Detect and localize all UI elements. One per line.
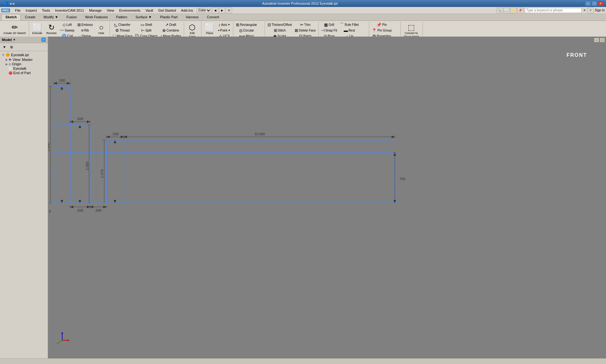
panel-dropdown-arrow[interactable]: ▼ [13, 38, 16, 41]
hole-button[interactable]: ○ Hole [94, 22, 108, 37]
tab-convert[interactable]: Convert [203, 14, 223, 21]
help-icon-btn[interactable]: ? [587, 8, 594, 13]
grill-button[interactable]: ▦ Grill [320, 22, 338, 27]
tab-work-features[interactable]: Work Features [81, 14, 112, 21]
tab-sketch[interactable]: Sketch [1, 14, 21, 21]
menu-environments[interactable]: Environments [117, 8, 143, 13]
toolbar-icon-1[interactable]: ◀ [212, 8, 218, 13]
menu-tools[interactable]: Tools [39, 8, 53, 13]
svg-marker-64 [90, 206, 93, 208]
menu-inspect[interactable]: Inspect [23, 8, 39, 13]
menu-add-ins[interactable]: Add-Ins [178, 8, 195, 13]
axis-button[interactable]: ↕ Axis ▼ [217, 22, 232, 27]
stitch-button[interactable]: ⊞ Stitch [266, 28, 293, 33]
tab-harness[interactable]: Harness [182, 14, 203, 21]
toolbar-icon-3[interactable]: ⟲ [226, 8, 232, 13]
delete-face-icon: ⊠ [295, 28, 298, 32]
pin-group-button[interactable]: 📍 Pin Group [370, 28, 393, 33]
drawing-svg: .500 .500 .500 2.600 2.000 1.476 10.000 [48, 37, 606, 364]
viewport[interactable]: FRONT ─ □ .500 .500 [48, 37, 606, 364]
rib-icon: ≡ [81, 28, 84, 32]
tab-pattern[interactable]: Pattern [112, 14, 131, 21]
menu-file[interactable]: File [13, 8, 23, 13]
tab-create[interactable]: Create [21, 14, 39, 21]
tree-item-view-master[interactable]: ▶ 👁 View: Master [5, 57, 46, 62]
rectangular-button[interactable]: ⊞ Rectangular [235, 22, 258, 27]
circular-button[interactable]: ◎ Circular [235, 28, 258, 33]
split-button[interactable]: ⊢ Split [134, 28, 159, 33]
emboss-icon: ⊞ [77, 23, 81, 27]
chamfer-button[interactable]: ◺ Chamfer [111, 22, 134, 27]
toolbar-icon-2[interactable]: ▶ [219, 8, 225, 13]
title-bar-controls: ─ □ ✕ [585, 1, 603, 6]
tree-view-button[interactable]: ⊞ [8, 44, 15, 50]
thicken-offset-button[interactable]: ⊟ Thicken/Offset [266, 22, 293, 27]
thicken-icon: ⊟ [267, 23, 271, 27]
delete-face-button[interactable]: ⊠ Delete Face [293, 28, 317, 33]
thread-icon: ⚙ [115, 28, 119, 32]
svg-text:.500: .500 [76, 208, 83, 212]
svg-marker-53 [114, 200, 116, 203]
close-button[interactable]: ✕ [598, 1, 603, 6]
draft-button[interactable]: ↗ Draft [159, 22, 182, 27]
axis-indicator: X [54, 329, 70, 345]
menu-vault[interactable]: Vault [143, 8, 156, 13]
help-book-icon[interactable]: 📖 [503, 8, 510, 13]
tree-item-origin[interactable]: ▶ ⊹ Origin [5, 62, 46, 66]
filter-button[interactable]: ▼ [1, 44, 8, 50]
rest-icon: ▬ [344, 28, 348, 32]
tab-modify[interactable]: Modify ▼ [39, 14, 62, 21]
menu-inventorcam[interactable]: InventorCAM 2011 [52, 8, 87, 13]
rule-fillet-button[interactable]: ⌒ Rule Fillet [339, 22, 360, 27]
extrude-button[interactable]: ⬜ Extrude [30, 22, 44, 37]
tab-plastic-part[interactable]: Plastic Part [156, 14, 182, 21]
svg-rect-2 [106, 140, 124, 203]
tab-fusion[interactable]: Fusion [62, 14, 81, 21]
snap-fit-button[interactable]: ⊣ Snap Fit [320, 28, 338, 33]
point-button[interactable]: • Point ▼ [217, 28, 232, 33]
tab-surface[interactable]: Surface ▼ [131, 14, 156, 21]
shell-icon: ▭ [141, 23, 144, 27]
pin-button[interactable]: 📌 Pin [370, 22, 393, 27]
combine-button[interactable]: ⊕ Combine [159, 28, 182, 33]
minimize-button[interactable]: ─ [585, 1, 591, 6]
plane-button[interactable]: ⬜ Plane [203, 22, 217, 37]
shell-button[interactable]: ▭ Shell [134, 22, 159, 27]
menu-manage[interactable]: Manage [87, 8, 104, 13]
create-2d-sketch-button[interactable]: ✏ Create 2D Sketch [2, 22, 27, 37]
svg-text:1.476: 1.476 [100, 169, 104, 178]
maximize-button[interactable]: □ [591, 1, 597, 6]
color-dropdown[interactable]: Color [197, 8, 211, 13]
menu-get-started[interactable]: Get Started [156, 8, 178, 13]
loft-button[interactable]: ◇ Loft [59, 22, 76, 27]
expand-root[interactable]: ▼ [2, 54, 4, 56]
revolve-button[interactable]: ↻ Revolve [45, 22, 58, 37]
axis-icon: ↕ [219, 23, 221, 27]
rest-button[interactable]: ▬ Rest [339, 28, 360, 33]
sign-in-link[interactable]: Sign In [595, 9, 605, 12]
tree-item-eyestalk[interactable]: ▶ ⬜ Eyestalk [5, 66, 46, 71]
menu-view[interactable]: View [104, 8, 117, 13]
svg-marker-67 [393, 200, 396, 203]
tree-item-end-of-part[interactable]: ▶ 🔴 End of Part [5, 71, 46, 75]
tree-item-root[interactable]: ▼ 🔶 Eyestalk.ipt [1, 52, 46, 57]
eyestalk-label: Eyestalk [13, 67, 27, 70]
rib-button[interactable]: ≡ Rib [76, 28, 94, 33]
svg-marker-66 [393, 153, 396, 156]
expand-view[interactable]: ▶ [6, 58, 8, 61]
svg-marker-63 [87, 206, 90, 208]
panel-help-btn[interactable]: ? [41, 38, 46, 42]
trim-button[interactable]: ✂ Trim [293, 22, 317, 27]
svg-marker-62 [70, 206, 73, 208]
svg-text:.500: .500 [112, 132, 118, 136]
thread-button[interactable]: ⚙ Thread [111, 28, 134, 33]
help-star-icon[interactable]: ⭐ [510, 8, 517, 13]
help-search-icon[interactable]: 🔍 [496, 8, 503, 13]
help-pin-icon[interactable]: 📌 [517, 8, 524, 13]
title-bar-text: Autodesk Inventor Professional 2012 Eyes… [262, 2, 338, 5]
search-input[interactable] [525, 8, 582, 13]
expand-origin[interactable]: ▶ [6, 63, 8, 66]
title-bar: 🔵 ■ ■ Autodesk Inventor Professional 201… [0, 0, 606, 7]
sweep-button[interactable]: 〰 Sweep [59, 28, 76, 33]
emboss-button[interactable]: ⊞ Emboss [76, 22, 94, 27]
